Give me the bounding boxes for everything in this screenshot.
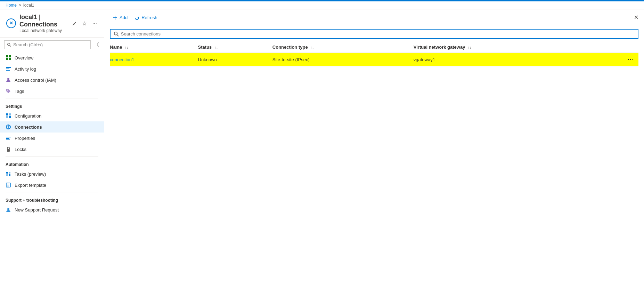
collapse-sidebar-button[interactable]: 《	[93, 41, 100, 49]
vng-sort-icon: ↑↓	[468, 46, 471, 49]
add-label: Add	[120, 15, 128, 20]
search-icon	[7, 43, 11, 47]
status-sort-icon: ↑↓	[214, 46, 218, 49]
row-connection-type: Site-to-site (IPsec)	[272, 53, 414, 66]
svg-rect-23	[7, 149, 10, 152]
sidebar-item-configuration[interactable]: Configuration	[0, 110, 104, 121]
svg-rect-25	[9, 172, 10, 174]
sidebar-item-activity-log[interactable]: Activity log	[0, 63, 104, 74]
sidebar-search-box[interactable]	[4, 40, 91, 49]
col-virtual-network-gateway[interactable]: Virtual network gateway ↑↓	[414, 42, 605, 53]
svg-rect-24	[6, 172, 8, 174]
sidebar-item-tags-label: Tags	[15, 89, 24, 94]
sidebar-item-properties-label: Properties	[15, 136, 35, 141]
sidebar-item-activity-log-label: Activity log	[15, 66, 36, 72]
breadcrumb-current: local1	[23, 3, 34, 8]
add-icon	[113, 15, 117, 20]
col-name[interactable]: Name ↑↓	[110, 42, 198, 53]
sidebar-item-locks[interactable]: Locks	[0, 144, 104, 155]
main-layout: ✕ local1 | Connections Local network gat…	[0, 9, 644, 296]
sidebar-item-connections[interactable]: Connections	[0, 121, 104, 133]
page-subtitle: Local network gateway	[19, 28, 67, 33]
svg-rect-5	[9, 55, 11, 57]
sidebar-item-locks-label: Locks	[15, 147, 26, 152]
sidebar-item-configuration-label: Configuration	[15, 113, 41, 119]
connections-icon	[6, 124, 11, 130]
name-sort-icon: ↑↓	[125, 46, 128, 49]
svg-rect-7	[9, 58, 11, 60]
content-search-input[interactable]	[121, 31, 634, 37]
connections-table-container: Name ↑↓ Status ↑↓ Connection type ↑↓ V	[104, 42, 644, 296]
col-actions	[605, 42, 638, 53]
sidebar-header: ✕ local1 | Connections Local network gat…	[0, 9, 104, 38]
settings-section-label: Settings	[0, 100, 104, 110]
row-vng: vgateway1	[414, 53, 605, 66]
table-row[interactable]: connection1 Unknown Site-to-site (IPsec)…	[110, 53, 638, 66]
sidebar-item-export-template[interactable]: Export template	[0, 179, 104, 191]
table-header-row: Name ↑↓ Status ↑↓ Connection type ↑↓ V	[110, 42, 638, 53]
sidebar-item-access-control-label: Access control (IAM)	[15, 78, 56, 83]
sidebar-item-properties[interactable]: Properties	[0, 133, 104, 144]
locks-icon	[6, 146, 11, 152]
content-area: × Add Refresh	[104, 9, 644, 296]
tags-icon	[6, 88, 11, 94]
support-divider	[6, 192, 98, 192]
svg-rect-13	[6, 113, 8, 115]
refresh-icon	[134, 15, 139, 20]
col-status[interactable]: Status ↑↓	[198, 42, 272, 53]
sidebar-item-new-support[interactable]: New Support Request	[0, 204, 104, 215]
automation-section-label: Automation	[0, 158, 104, 168]
row-status: Unknown	[198, 53, 272, 66]
activity-log-icon	[6, 66, 11, 72]
refresh-label: Refresh	[141, 15, 157, 20]
sidebar: ✕ local1 | Connections Local network gat…	[0, 9, 104, 296]
svg-point-29	[7, 208, 9, 210]
svg-line-3	[10, 45, 11, 46]
more-button[interactable]: ···	[91, 19, 98, 27]
row-name[interactable]: connection1	[110, 53, 198, 66]
svg-rect-6	[6, 58, 8, 60]
sidebar-item-export-template-label: Export template	[15, 183, 46, 188]
svg-point-11	[7, 78, 9, 80]
content-search-box[interactable]	[110, 29, 638, 39]
svg-text:✕: ✕	[9, 21, 13, 26]
sidebar-item-tasks[interactable]: Tasks (preview)	[0, 168, 104, 179]
favorite-button[interactable]: ☆	[81, 19, 88, 27]
sidebar-item-access-control[interactable]: Access control (IAM)	[0, 74, 104, 86]
content-search-icon	[114, 32, 119, 37]
svg-rect-14	[9, 113, 11, 115]
connections-table-body: connection1 Unknown Site-to-site (IPsec)…	[110, 53, 638, 66]
svg-rect-10	[6, 70, 10, 71]
automation-divider	[6, 156, 98, 157]
svg-rect-15	[6, 116, 8, 118]
svg-point-2	[8, 43, 10, 46]
properties-icon	[6, 135, 11, 141]
toolbar: Add Refresh	[104, 9, 644, 26]
svg-line-34	[117, 34, 119, 36]
refresh-button[interactable]: Refresh	[132, 13, 160, 22]
add-button[interactable]: Add	[110, 13, 130, 22]
svg-rect-8	[6, 67, 11, 68]
sidebar-search-area: 《	[0, 38, 104, 52]
page-title: local1 | Connections	[19, 14, 67, 28]
breadcrumb: Home > local1	[0, 1, 644, 9]
sidebar-item-tags[interactable]: Tags	[0, 86, 104, 97]
sidebar-item-connections-label: Connections	[15, 125, 42, 130]
svg-rect-16	[9, 116, 11, 118]
connections-table: Name ↑↓ Status ↑↓ Connection type ↑↓ V	[110, 42, 638, 66]
configuration-icon	[6, 113, 11, 119]
breadcrumb-home[interactable]: Home	[6, 3, 17, 8]
sidebar-item-overview[interactable]: Overview	[0, 52, 104, 63]
sidebar-search-input[interactable]	[13, 42, 88, 47]
svg-rect-20	[6, 137, 11, 137]
svg-rect-21	[6, 138, 9, 139]
svg-rect-26	[6, 174, 8, 176]
col-connection-type[interactable]: Connection type ↑↓	[272, 42, 414, 53]
connection-type-sort-icon: ↑↓	[310, 46, 314, 49]
support-section-label: Support + troubleshooting	[0, 194, 104, 204]
svg-rect-9	[6, 69, 9, 69]
new-support-icon	[6, 207, 11, 213]
pin-button[interactable]	[70, 20, 78, 26]
row-actions-menu[interactable]: ···	[605, 53, 638, 66]
close-button[interactable]: ×	[634, 13, 638, 22]
